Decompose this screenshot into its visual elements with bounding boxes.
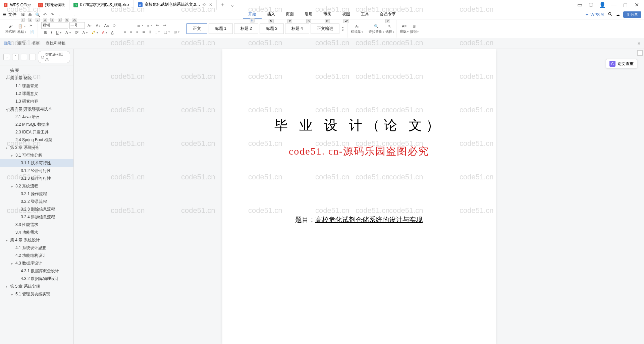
nav-tab-bookmark[interactable]: 书签 [32, 41, 40, 46]
outline-item[interactable]: 2.4 Spring Boot 框架 [0, 136, 73, 144]
ruler-toggle[interactable] [637, 50, 643, 56]
increase-font-icon[interactable]: A↑ [86, 23, 93, 28]
style-indent[interactable]: 正文缩进 [311, 23, 339, 34]
outline-up-icon[interactable]: ˄ [12, 54, 19, 60]
cloud-icon[interactable]: ☁ [616, 12, 620, 17]
phonetic-icon[interactable]: A̲ [110, 30, 115, 36]
style-more-icon[interactable]: ▴▾ [341, 25, 345, 33]
outline-item[interactable]: 2.3 IDEA 开发工具 [0, 128, 73, 136]
outline-item[interactable]: 3.3 性能需求 [0, 221, 73, 229]
tab-xlsx[interactable]: S 0726需求文档以及排期.xlsx [69, 0, 134, 10]
cube-icon[interactable]: ⬡ [588, 2, 594, 8]
align-left-icon[interactable]: ≡ [122, 30, 127, 35]
outline-item[interactable]: 2.2 MYSQL 数据库 [0, 121, 73, 128]
outline-item[interactable]: 3.1.1 技术可行性 [0, 159, 73, 167]
nav-tab-toc[interactable]: 目录 [3, 41, 11, 46]
outline-item[interactable]: 3.1.2 经济可行性 [0, 167, 73, 175]
menu-vip[interactable]: 会员专享Y [374, 10, 401, 19]
outline-item[interactable]: 4.2 功能结构设计 [0, 252, 73, 260]
border-icon[interactable]: ⊞ [172, 29, 181, 35]
menu-page[interactable]: 页面P [280, 10, 299, 19]
outline-item[interactable]: ▸第 1 章 绪论 [0, 74, 73, 82]
outline-item[interactable]: 1.2 课题意义 [0, 90, 73, 98]
select-icon[interactable]: ↖ [387, 23, 392, 29]
outline-item[interactable]: ▸3.1 可行性分析 [0, 152, 73, 159]
close-button[interactable]: ✕ [633, 2, 640, 8]
save-icon[interactable]: 🖫F [20, 12, 26, 18]
new-tab-button[interactable]: ＋ [217, 1, 229, 8]
strike-icon[interactable]: A̶ [64, 30, 72, 36]
font-color-icon[interactable]: A [101, 30, 108, 35]
minimize-button[interactable]: ― [610, 2, 617, 8]
cut-icon[interactable]: ✂ [28, 23, 36, 28]
outline-item[interactable]: ▸第 4 章 系统设计 [0, 236, 73, 244]
change-case-icon[interactable]: Aa [103, 23, 110, 28]
menu-ref[interactable]: 引用S [299, 10, 318, 19]
nav-tab-chapter[interactable]: 章节 [17, 41, 25, 46]
style-normal[interactable]: 正文 [186, 23, 207, 34]
line-spacing-icon[interactable]: ↕ [154, 30, 161, 35]
styleset-icon[interactable]: Aᵢ [354, 23, 360, 29]
qat6-icon[interactable]: ·6 [64, 12, 70, 18]
maximize-button[interactable]: ◻ [622, 2, 629, 8]
align-right-icon[interactable]: ≡ [135, 30, 140, 35]
paste-button[interactable]: 📋 [17, 23, 27, 29]
outline-item[interactable]: ▸4.3 数据库设计 [0, 260, 73, 267]
align-center-icon[interactable]: ≡ [129, 30, 133, 35]
window-compact-icon[interactable]: ▭ [576, 2, 583, 8]
outline-item[interactable]: 3.2.1 操作流程 [0, 190, 73, 198]
format-painter-button[interactable]: 🖌 [7, 23, 14, 29]
arrange-v-icon[interactable]: A≡ [400, 23, 408, 29]
superscript-icon[interactable]: X² [73, 30, 80, 35]
copy-icon[interactable]: 📄 [28, 29, 36, 35]
redo-icon[interactable]: ↷4 [49, 12, 55, 18]
increase-indent-icon[interactable]: ⇥ [162, 22, 167, 28]
decrease-font-icon[interactable]: A↓ [95, 23, 102, 28]
distribute-icon[interactable]: ⫴ [148, 29, 152, 35]
underline-icon[interactable]: U [55, 30, 63, 35]
outline-collapse-icon[interactable]: ⌄ [3, 54, 10, 60]
outline-item[interactable]: 1.3 研究内容 [0, 98, 73, 105]
shading-icon[interactable]: ▢ [162, 29, 171, 35]
share-button[interactable]: ⇪ 分享 [623, 11, 641, 18]
outline-item[interactable]: 3.2.2 登录流程 [0, 198, 73, 206]
tab-list-dropdown[interactable]: ⌄ [230, 2, 234, 8]
outline-item[interactable]: ▸第 2 章 开发环境与技术 [0, 105, 73, 113]
outline-item[interactable]: 4.3.2 数据库物理设计 [0, 275, 73, 283]
search-icon[interactable] [608, 12, 612, 17]
align-justify-icon[interactable]: ≣ [141, 29, 147, 35]
outline-item[interactable]: 3.4 功能需求 [0, 229, 73, 236]
outline-item[interactable]: ▸第 5 章 系统实现 [0, 283, 73, 290]
smart-toc-button[interactable]: ◎ 智能识别目录 [38, 51, 70, 63]
style-h2[interactable]: 标题 2 [234, 23, 258, 34]
arrange-h-icon[interactable]: ⊞ [411, 23, 417, 29]
font-family-select[interactable] [41, 22, 68, 29]
qat00-icon[interactable]: ·00 [71, 12, 77, 18]
number-list-icon[interactable]: ≡ [146, 23, 153, 28]
undo-icon[interactable]: ↶3 [42, 12, 48, 18]
close-icon[interactable]: ✕ [209, 2, 212, 7]
find-replace-icon[interactable]: 🔍 [373, 23, 380, 29]
qat5-icon[interactable]: ·5 [57, 12, 63, 18]
font-size-select[interactable] [69, 22, 85, 29]
style-h3[interactable]: 标题 3 [260, 23, 284, 34]
outline-item[interactable]: ▸5.1 管理员功能实现 [0, 290, 73, 298]
avatar-icon[interactable]: 👤 [599, 2, 606, 8]
bold-icon[interactable]: B [43, 30, 48, 35]
decrease-indent-icon[interactable]: ⇤ [155, 22, 160, 28]
menu-review[interactable]: 审阅R [318, 10, 337, 19]
file-menu[interactable]: 文件 [8, 12, 16, 17]
close-icon[interactable]: ✕ [637, 41, 641, 46]
document-viewport[interactable]: C 论文查重 毕 业 设 计（论 文） code51. cn-源码乐园盗图必究 … [74, 49, 644, 344]
nav-tab-find[interactable]: 查找和替换 [46, 41, 66, 46]
outline-item[interactable]: 1.1 课题背景 [0, 82, 73, 90]
menu-start[interactable]: 开始H [243, 10, 262, 19]
print-icon[interactable]: 🖶1 [27, 12, 33, 18]
outline-item[interactable]: 3.2.3 删除信息流程 [0, 206, 73, 213]
style-h1[interactable]: 标题 1 [209, 23, 233, 34]
outline-item[interactable]: ▸3.2 系统流程 [0, 182, 73, 190]
tab-template[interactable]: D 找稻壳模板 [34, 0, 69, 10]
menu-insert[interactable]: 插入N [262, 10, 280, 19]
menu-tools[interactable]: 工具 [356, 10, 374, 19]
outline-add-icon[interactable]: + [21, 54, 28, 60]
